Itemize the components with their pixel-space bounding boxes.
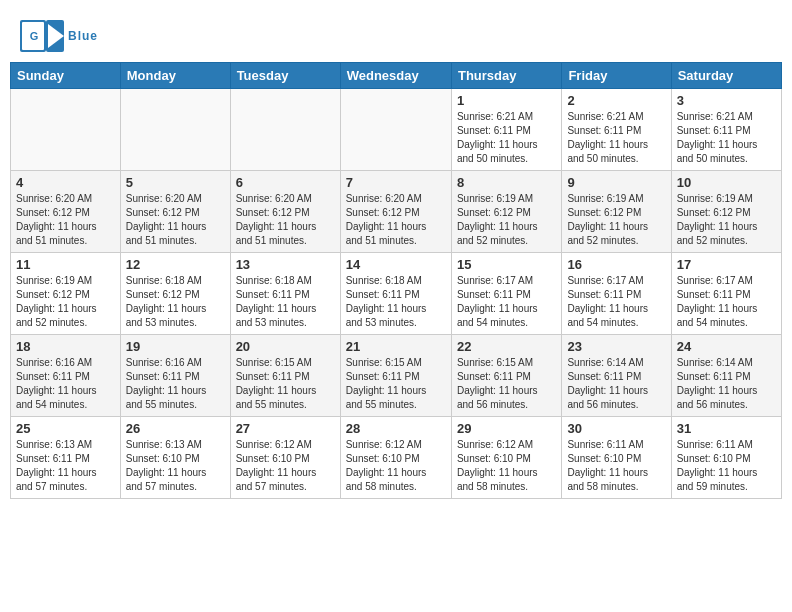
- calendar-cell: 30Sunrise: 6:11 AM Sunset: 6:10 PM Dayli…: [562, 417, 671, 499]
- day-number: 10: [677, 175, 776, 190]
- day-info: Sunrise: 6:18 AM Sunset: 6:11 PM Dayligh…: [346, 274, 446, 330]
- svg-text:G: G: [30, 30, 39, 42]
- day-info: Sunrise: 6:21 AM Sunset: 6:11 PM Dayligh…: [677, 110, 776, 166]
- calendar-cell: [230, 89, 340, 171]
- calendar-cell: 2Sunrise: 6:21 AM Sunset: 6:11 PM Daylig…: [562, 89, 671, 171]
- day-number: 19: [126, 339, 225, 354]
- calendar-cell: 4Sunrise: 6:20 AM Sunset: 6:12 PM Daylig…: [11, 171, 121, 253]
- day-number: 16: [567, 257, 665, 272]
- day-number: 12: [126, 257, 225, 272]
- weekday-header-wednesday: Wednesday: [340, 63, 451, 89]
- calendar-cell: 18Sunrise: 6:16 AM Sunset: 6:11 PM Dayli…: [11, 335, 121, 417]
- weekday-header-thursday: Thursday: [451, 63, 561, 89]
- calendar-week-1: 1Sunrise: 6:21 AM Sunset: 6:11 PM Daylig…: [11, 89, 782, 171]
- day-info: Sunrise: 6:12 AM Sunset: 6:10 PM Dayligh…: [457, 438, 556, 494]
- calendar-cell: 11Sunrise: 6:19 AM Sunset: 6:12 PM Dayli…: [11, 253, 121, 335]
- logo-icon: G: [20, 20, 64, 52]
- logo: G Blue: [20, 20, 98, 52]
- day-number: 8: [457, 175, 556, 190]
- day-info: Sunrise: 6:21 AM Sunset: 6:11 PM Dayligh…: [457, 110, 556, 166]
- day-info: Sunrise: 6:19 AM Sunset: 6:12 PM Dayligh…: [16, 274, 115, 330]
- weekday-header-sunday: Sunday: [11, 63, 121, 89]
- day-number: 30: [567, 421, 665, 436]
- calendar-table: SundayMondayTuesdayWednesdayThursdayFrid…: [10, 62, 782, 499]
- weekday-header-saturday: Saturday: [671, 63, 781, 89]
- day-info: Sunrise: 6:19 AM Sunset: 6:12 PM Dayligh…: [677, 192, 776, 248]
- calendar-cell: 14Sunrise: 6:18 AM Sunset: 6:11 PM Dayli…: [340, 253, 451, 335]
- calendar-cell: 15Sunrise: 6:17 AM Sunset: 6:11 PM Dayli…: [451, 253, 561, 335]
- calendar-cell: 21Sunrise: 6:15 AM Sunset: 6:11 PM Dayli…: [340, 335, 451, 417]
- calendar-cell: 31Sunrise: 6:11 AM Sunset: 6:10 PM Dayli…: [671, 417, 781, 499]
- day-number: 15: [457, 257, 556, 272]
- day-info: Sunrise: 6:20 AM Sunset: 6:12 PM Dayligh…: [126, 192, 225, 248]
- day-info: Sunrise: 6:15 AM Sunset: 6:11 PM Dayligh…: [457, 356, 556, 412]
- day-number: 24: [677, 339, 776, 354]
- calendar-cell: 6Sunrise: 6:20 AM Sunset: 6:12 PM Daylig…: [230, 171, 340, 253]
- calendar-week-3: 11Sunrise: 6:19 AM Sunset: 6:12 PM Dayli…: [11, 253, 782, 335]
- day-number: 3: [677, 93, 776, 108]
- calendar-cell: 12Sunrise: 6:18 AM Sunset: 6:12 PM Dayli…: [120, 253, 230, 335]
- calendar-cell: 3Sunrise: 6:21 AM Sunset: 6:11 PM Daylig…: [671, 89, 781, 171]
- day-info: Sunrise: 6:11 AM Sunset: 6:10 PM Dayligh…: [677, 438, 776, 494]
- day-info: Sunrise: 6:19 AM Sunset: 6:12 PM Dayligh…: [457, 192, 556, 248]
- day-number: 5: [126, 175, 225, 190]
- day-number: 13: [236, 257, 335, 272]
- calendar-cell: 26Sunrise: 6:13 AM Sunset: 6:10 PM Dayli…: [120, 417, 230, 499]
- day-number: 21: [346, 339, 446, 354]
- day-number: 4: [16, 175, 115, 190]
- calendar-cell: 28Sunrise: 6:12 AM Sunset: 6:10 PM Dayli…: [340, 417, 451, 499]
- day-info: Sunrise: 6:17 AM Sunset: 6:11 PM Dayligh…: [677, 274, 776, 330]
- day-info: Sunrise: 6:15 AM Sunset: 6:11 PM Dayligh…: [346, 356, 446, 412]
- day-info: Sunrise: 6:14 AM Sunset: 6:11 PM Dayligh…: [567, 356, 665, 412]
- day-number: 23: [567, 339, 665, 354]
- day-number: 7: [346, 175, 446, 190]
- day-info: Sunrise: 6:20 AM Sunset: 6:12 PM Dayligh…: [236, 192, 335, 248]
- calendar-cell: [120, 89, 230, 171]
- day-number: 25: [16, 421, 115, 436]
- weekday-header-friday: Friday: [562, 63, 671, 89]
- day-number: 22: [457, 339, 556, 354]
- calendar-cell: 9Sunrise: 6:19 AM Sunset: 6:12 PM Daylig…: [562, 171, 671, 253]
- day-info: Sunrise: 6:13 AM Sunset: 6:11 PM Dayligh…: [16, 438, 115, 494]
- day-info: Sunrise: 6:17 AM Sunset: 6:11 PM Dayligh…: [567, 274, 665, 330]
- calendar-cell: 17Sunrise: 6:17 AM Sunset: 6:11 PM Dayli…: [671, 253, 781, 335]
- calendar-cell: 22Sunrise: 6:15 AM Sunset: 6:11 PM Dayli…: [451, 335, 561, 417]
- day-info: Sunrise: 6:13 AM Sunset: 6:10 PM Dayligh…: [126, 438, 225, 494]
- day-number: 18: [16, 339, 115, 354]
- day-number: 17: [677, 257, 776, 272]
- day-info: Sunrise: 6:15 AM Sunset: 6:11 PM Dayligh…: [236, 356, 335, 412]
- calendar-cell: 1Sunrise: 6:21 AM Sunset: 6:11 PM Daylig…: [451, 89, 561, 171]
- calendar-week-4: 18Sunrise: 6:16 AM Sunset: 6:11 PM Dayli…: [11, 335, 782, 417]
- page-header: G Blue: [10, 10, 782, 57]
- calendar-cell: 23Sunrise: 6:14 AM Sunset: 6:11 PM Dayli…: [562, 335, 671, 417]
- calendar-cell: 7Sunrise: 6:20 AM Sunset: 6:12 PM Daylig…: [340, 171, 451, 253]
- day-number: 11: [16, 257, 115, 272]
- calendar-cell: [340, 89, 451, 171]
- calendar-cell: 16Sunrise: 6:17 AM Sunset: 6:11 PM Dayli…: [562, 253, 671, 335]
- day-number: 2: [567, 93, 665, 108]
- day-number: 20: [236, 339, 335, 354]
- day-number: 1: [457, 93, 556, 108]
- calendar-cell: 24Sunrise: 6:14 AM Sunset: 6:11 PM Dayli…: [671, 335, 781, 417]
- day-number: 14: [346, 257, 446, 272]
- calendar-week-2: 4Sunrise: 6:20 AM Sunset: 6:12 PM Daylig…: [11, 171, 782, 253]
- day-info: Sunrise: 6:12 AM Sunset: 6:10 PM Dayligh…: [346, 438, 446, 494]
- day-number: 6: [236, 175, 335, 190]
- logo-subtitle: Blue: [68, 29, 98, 43]
- day-info: Sunrise: 6:18 AM Sunset: 6:12 PM Dayligh…: [126, 274, 225, 330]
- calendar-cell: 13Sunrise: 6:18 AM Sunset: 6:11 PM Dayli…: [230, 253, 340, 335]
- calendar-cell: 27Sunrise: 6:12 AM Sunset: 6:10 PM Dayli…: [230, 417, 340, 499]
- calendar-cell: 10Sunrise: 6:19 AM Sunset: 6:12 PM Dayli…: [671, 171, 781, 253]
- calendar-cell: 20Sunrise: 6:15 AM Sunset: 6:11 PM Dayli…: [230, 335, 340, 417]
- day-info: Sunrise: 6:11 AM Sunset: 6:10 PM Dayligh…: [567, 438, 665, 494]
- day-info: Sunrise: 6:17 AM Sunset: 6:11 PM Dayligh…: [457, 274, 556, 330]
- calendar-cell: 19Sunrise: 6:16 AM Sunset: 6:11 PM Dayli…: [120, 335, 230, 417]
- day-number: 28: [346, 421, 446, 436]
- calendar-cell: 8Sunrise: 6:19 AM Sunset: 6:12 PM Daylig…: [451, 171, 561, 253]
- day-info: Sunrise: 6:20 AM Sunset: 6:12 PM Dayligh…: [16, 192, 115, 248]
- weekday-header-tuesday: Tuesday: [230, 63, 340, 89]
- calendar-week-5: 25Sunrise: 6:13 AM Sunset: 6:11 PM Dayli…: [11, 417, 782, 499]
- day-number: 29: [457, 421, 556, 436]
- day-info: Sunrise: 6:19 AM Sunset: 6:12 PM Dayligh…: [567, 192, 665, 248]
- day-info: Sunrise: 6:16 AM Sunset: 6:11 PM Dayligh…: [126, 356, 225, 412]
